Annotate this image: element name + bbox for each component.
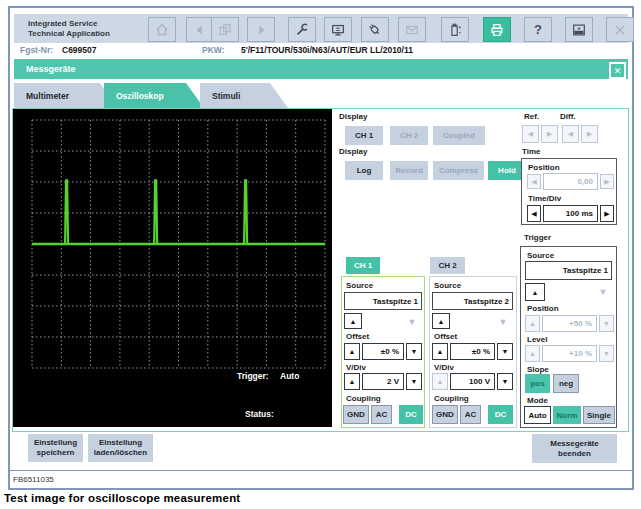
timediv-increase-button[interactable]: ▶ [600,205,614,222]
ch1-offset-down-button[interactable]: ▼ [406,343,422,360]
workshop-button[interactable] [324,17,352,42]
forward-button[interactable] [247,17,275,42]
ch2-offset-value: ±0 % [450,343,495,360]
ch1-coupling-gnd-button[interactable]: GND [343,405,369,424]
down-arrow-icon: ▼ [411,378,418,385]
home-button[interactable] [148,17,176,42]
ch2-coupling-dc-button[interactable]: DC [488,405,513,424]
up-arrow-icon: ▲ [349,348,356,355]
copy-button[interactable] [211,17,239,42]
timediv-value: 100 ms [543,205,598,222]
down-arrow-icon: ▼ [603,350,610,357]
time-label: Time [522,147,541,156]
ch2-coupling-label: Coupling [434,394,469,403]
measurement-button[interactable] [441,17,469,42]
diff-prev-button[interactable]: ◀ [562,125,579,143]
wrench-icon [294,22,310,38]
help-icon: ? [534,22,542,37]
ch1-source-down-button[interactable]: ▼ [404,315,420,328]
app-close-button[interactable] [606,17,634,42]
load-delete-settings-label: Einstellungladen/löschen [94,438,147,458]
trigger-source-up-button[interactable]: ▲ [525,283,545,301]
load-delete-settings-button[interactable]: Einstellungladen/löschen [88,434,153,462]
end-measuring-devices-button[interactable]: Messegerätebeenden [532,434,617,463]
ch1-tab[interactable]: CH 1 [346,257,380,274]
ch2-vdiv-up-button[interactable]: ▲ [432,373,448,390]
trigger-source-down-button[interactable]: ▼ [595,285,611,298]
ch2-source-down-button[interactable]: ▼ [495,315,511,328]
screenshot-root: Integrated Service Technical Application… [0,0,641,509]
ch2-vdiv-down-button[interactable]: ▼ [497,373,513,390]
down-arrow-icon: ▼ [499,317,508,327]
copy-icon [217,22,233,38]
window-button[interactable] [565,17,593,42]
trigger-level-down-button[interactable]: ▼ [599,345,614,362]
display-ch1-button[interactable]: CH 1 [345,126,383,145]
ch2-coupling-gnd-button[interactable]: GND [432,405,458,424]
figure-id: FB6511035 [13,475,54,484]
trigger-slope-neg-button[interactable]: neg [553,374,579,393]
trigger-position-value: +50 % [542,315,597,332]
ch1-vdiv-down-button[interactable]: ▼ [406,373,422,390]
ch2-coupling-ac-button[interactable]: AC [460,405,481,424]
print-button[interactable] [483,17,511,42]
caption: Test image for oscilloscope measurement [4,492,240,504]
ch1-source-value: Tastspitze 1 [344,292,422,310]
ch2-tab[interactable]: CH 2 [430,257,465,274]
trigger-slope-pos-button[interactable]: pos [525,374,550,393]
oscilloscope-display: Trigger: Auto Status: [13,109,332,427]
save-settings-button[interactable]: Einstellungspeichern [28,434,83,462]
log-button[interactable]: Log [345,161,383,180]
display-mode-label: Display [339,147,367,156]
pkw-label: PKW: [202,45,225,55]
display-ch2-button[interactable]: CH 2 [390,126,428,145]
ch1-coupling-dc-button[interactable]: DC [399,405,423,424]
trigger-position-down-button[interactable]: ▼ [599,315,614,332]
compress-button[interactable]: Compress [433,161,484,180]
ch2-offset-up-button[interactable]: ▲ [432,343,448,360]
trigger-mode-auto-button[interactable]: Auto [524,406,551,424]
right-arrow-icon: ▶ [547,130,552,138]
ch1-vdiv-up-button[interactable]: ▲ [344,373,360,390]
tab-label: Oszilloskop [116,91,164,101]
connection-button[interactable] [361,17,389,42]
diff-label: Diff. [560,112,576,121]
display-channel-label: Display [339,112,367,121]
time-position-decrease-button[interactable]: ◀ [527,174,541,189]
back-button[interactable] [186,17,214,42]
ch1-coupling-ac-button[interactable]: AC [371,405,392,424]
forward-icon [253,22,269,38]
trigger-position-label: Position [527,304,559,313]
mail-button[interactable] [398,17,426,42]
printer-icon [489,22,505,38]
ch1-offset-up-button[interactable]: ▲ [344,343,360,360]
tab-multimeter[interactable]: Multimeter [14,83,118,108]
trigger-source-value: Tastspitze 1 [525,261,612,280]
ref-prev-button[interactable]: ◀ [522,125,539,143]
trigger-label: Trigger [524,233,551,242]
up-arrow-icon: ▲ [529,320,536,327]
display-coupled-button[interactable]: Coupled [433,126,485,145]
help-button[interactable]: ? [524,17,552,42]
dialog-close-button[interactable]: ✕ [609,62,626,79]
down-arrow-icon: ▼ [502,378,509,385]
vehicle-management-button[interactable] [288,17,316,42]
ch2-offset-down-button[interactable]: ▼ [497,343,513,360]
trigger-mode-single-button[interactable]: Single [583,406,615,424]
scope-trigger-value: Auto [280,371,299,381]
left-arrow-icon: ◀ [531,178,536,186]
ch1-source-up-button[interactable]: ▲ [344,313,362,329]
timediv-label: Time/Div [528,194,561,203]
trigger-level-up-button[interactable]: ▲ [525,345,540,362]
time-position-increase-button[interactable]: ▶ [600,174,614,189]
ref-next-button[interactable]: ▶ [541,125,558,143]
right-arrow-icon: ▶ [604,178,609,186]
timediv-decrease-button[interactable]: ◀ [527,205,541,222]
ch2-source-up-button[interactable]: ▲ [432,313,450,329]
record-button[interactable]: Record [390,161,428,180]
diff-next-button[interactable]: ▶ [581,125,598,143]
trigger-mode-norm-button[interactable]: Norm [553,406,581,424]
back-icon [192,22,208,38]
trigger-position-up-button[interactable]: ▲ [525,315,540,332]
ch1-source-label: Source [346,281,373,290]
